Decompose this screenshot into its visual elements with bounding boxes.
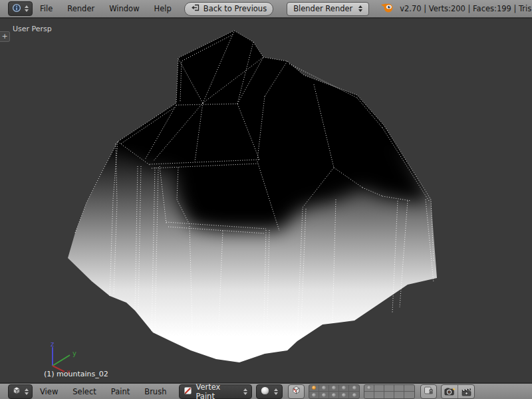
layer-toggle[interactable] xyxy=(349,392,359,398)
layer-toggle[interactable] xyxy=(384,392,394,398)
view-name-label: User Persp xyxy=(13,25,52,33)
layer-toggle[interactable] xyxy=(384,385,394,392)
mode-select[interactable]: Vertex Paint xyxy=(179,384,252,399)
textured-cube-icon xyxy=(291,385,301,398)
layer-toggle[interactable] xyxy=(309,392,319,398)
menu-file[interactable]: File xyxy=(33,4,60,13)
viewport-shading-select[interactable] xyxy=(256,384,283,399)
textured-solid-toggle[interactable] xyxy=(288,384,305,399)
menu-view[interactable]: View xyxy=(33,387,65,396)
render-engine-select[interactable]: Blender Render xyxy=(287,2,369,16)
axis-z-label: z xyxy=(51,341,54,348)
opengl-render-anim-button[interactable] xyxy=(458,385,474,398)
layers-grid-2[interactable] xyxy=(364,384,415,399)
back-to-previous-button[interactable]: Back to Previous xyxy=(184,2,273,16)
scene-stats: v2.70 | Verts:200 | Faces:199 | Tris:359… xyxy=(400,4,532,13)
layer-toggle[interactable] xyxy=(364,385,374,392)
layer-toggle[interactable] xyxy=(309,385,319,392)
opengl-render-group xyxy=(441,384,475,399)
editor-type-selector-3dview[interactable] xyxy=(8,384,33,399)
chevron-updown-icon xyxy=(243,388,247,395)
layer-toggle[interactable] xyxy=(394,385,404,392)
lock-to-scene-toggle[interactable] xyxy=(420,384,437,399)
shading-sphere-icon xyxy=(261,386,269,397)
chevron-updown-icon xyxy=(274,388,278,395)
menu-select[interactable]: Select xyxy=(65,387,103,396)
axis-y-label: y xyxy=(72,350,76,357)
blender-window: File Render Window Help Back to Previous… xyxy=(0,0,532,399)
blender-logo xyxy=(380,1,394,16)
lock-icon xyxy=(424,385,434,398)
chevron-updown-icon xyxy=(25,388,29,395)
layer-toggle[interactable] xyxy=(374,385,384,392)
chevron-updown-icon xyxy=(358,5,362,12)
layer-toggle[interactable] xyxy=(329,392,339,398)
mode-value: Vertex Paint xyxy=(196,382,239,399)
vertex-paint-icon xyxy=(184,386,192,397)
info-header: File Render Window Help Back to Previous… xyxy=(0,0,532,19)
opengl-render-image-button[interactable] xyxy=(442,385,458,398)
layers-grid-1[interactable] xyxy=(309,384,360,399)
toolshelf-expand-button[interactable]: + xyxy=(0,31,10,42)
layer-toggle[interactable] xyxy=(374,392,384,398)
menu-window[interactable]: Window xyxy=(102,4,146,13)
menu-paint[interactable]: Paint xyxy=(104,387,137,396)
active-object-label: (1) mountains_02 xyxy=(44,370,108,378)
vertex-paint-mesh xyxy=(0,19,532,382)
layer-toggle[interactable] xyxy=(349,385,359,392)
viewport-3d[interactable]: User Persp + z y x (1) mountains_02 xyxy=(0,19,532,382)
menu-render[interactable]: Render xyxy=(60,4,102,13)
viewport-editor-icon xyxy=(12,385,21,398)
layer-toggle[interactable] xyxy=(394,392,404,398)
layer-toggle[interactable] xyxy=(404,392,414,398)
view3d-header: View Select Paint Brush Vertex Paint xyxy=(0,382,532,399)
layer-toggle[interactable] xyxy=(339,392,349,398)
camera-icon xyxy=(444,387,456,396)
menu-help[interactable]: Help xyxy=(147,4,179,13)
back-arrow-icon xyxy=(191,4,200,13)
info-editor-icon xyxy=(12,3,21,15)
menu-brush[interactable]: Brush xyxy=(137,387,174,396)
clapperboard-icon xyxy=(461,387,472,396)
editor-type-selector[interactable] xyxy=(8,1,33,16)
render-engine-value: Blender Render xyxy=(293,4,352,13)
layer-toggle[interactable] xyxy=(364,392,374,398)
back-to-previous-label: Back to Previous xyxy=(203,4,267,13)
layer-toggle[interactable] xyxy=(329,385,339,392)
chevron-updown-icon xyxy=(25,5,29,12)
layer-toggle[interactable] xyxy=(319,392,329,398)
layer-toggle[interactable] xyxy=(339,385,349,392)
layer-toggle[interactable] xyxy=(404,385,414,392)
layer-toggle[interactable] xyxy=(319,385,329,392)
